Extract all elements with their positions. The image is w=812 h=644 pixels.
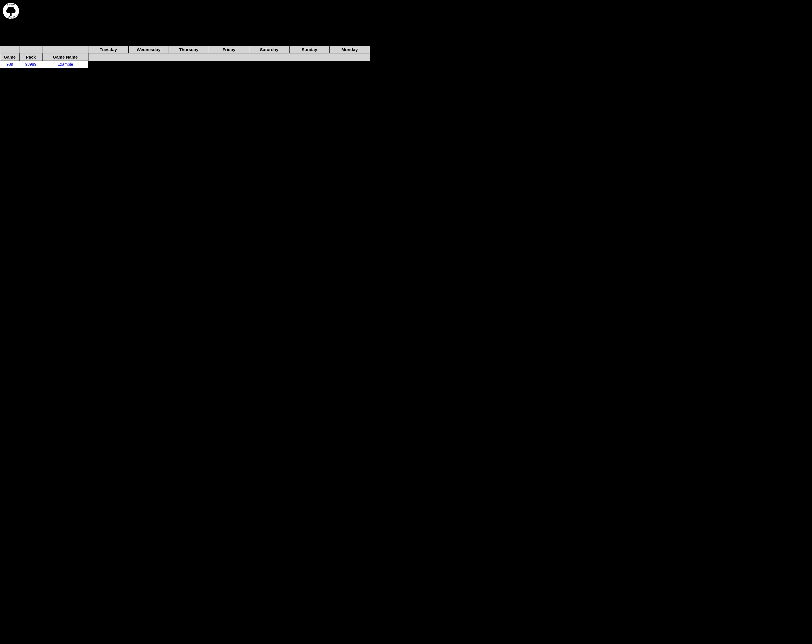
svg-point-6 [11,7,14,11]
col-header-thursday-empty [169,53,209,61]
svg-rect-1 [10,13,12,16]
michigan-lottery-logo-icon: MICHIGAN LOTTERY [2,2,20,20]
header-wednesday: Wednesday [128,46,169,53]
col-header-sunday-empty [289,53,330,61]
header-saturday: Saturday [249,46,289,53]
saturday-cell [249,61,289,68]
header-friday: Friday [209,46,249,53]
friday-cell [209,61,249,68]
schedule-table: Tuesday Wednesday Thursday Friday Saturd… [0,46,370,68]
column-header-row: Game Pack Game Name [0,53,370,61]
empty-header-name [42,46,88,53]
header-thursday: Thursday [169,46,209,53]
header-sunday: Sunday [289,46,330,53]
col-header-wednesday-empty [128,53,169,61]
day-header-row: Tuesday Wednesday Thursday Friday Saturd… [0,46,370,53]
col-header-saturday-empty [249,53,289,61]
svg-point-5 [8,7,11,11]
wednesday-cell [128,61,169,68]
svg-text:MICHIGAN: MICHIGAN [7,4,15,6]
col-header-pack: Pack [19,53,42,61]
game-name-value[interactable]: Example [42,61,88,68]
col-header-game: Game [0,53,20,61]
svg-text:LOTTERY: LOTTERY [7,17,15,19]
pack-value[interactable]: 98989 [19,61,42,68]
empty-header-pack [19,46,42,53]
table-row: 989 98989 Example [0,61,370,68]
col-header-tuesday-empty [88,53,128,61]
schedule-table-section: Tuesday Wednesday Thursday Friday Saturd… [0,46,812,68]
sunday-cell [289,61,330,68]
col-header-friday-empty [209,53,249,61]
col-header-game-name: Game Name [42,53,88,61]
header-tuesday: Tuesday [88,46,128,53]
col-header-monday-empty [330,53,370,61]
page-header: MICHIGAN LOTTERY [0,0,812,23]
thursday-cell [169,61,209,68]
game-value[interactable]: 989 [0,61,20,68]
logo: MICHIGAN LOTTERY [2,2,20,20]
monday-cell [330,61,370,68]
tuesday-cell [88,61,128,68]
header-monday: Monday [330,46,370,53]
empty-header-game [0,46,20,53]
